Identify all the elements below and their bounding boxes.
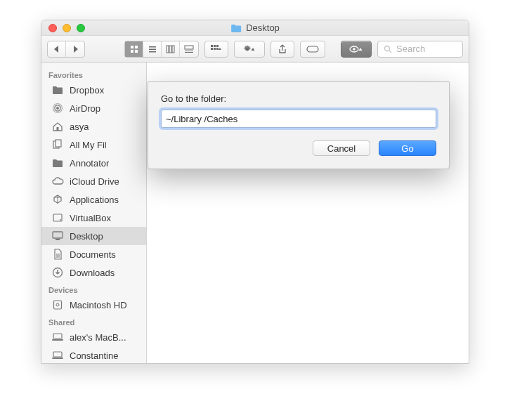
sidebar-item-label: Dropbox [70,85,104,96]
coverflow-view-button[interactable] [180,41,198,57]
close-window-button[interactable] [48,24,57,32]
svg-rect-40 [53,352,62,357]
svg-rect-39 [52,339,63,341]
sidebar-item[interactable]: Desktop [41,227,146,245]
sidebar-item[interactable]: Macintosh HD [41,296,146,314]
tags-button[interactable] [300,41,325,58]
sidebar-item[interactable]: Dropbox [41,81,146,99]
sidebar-item-label: VirtualBox [70,213,111,223]
sidebar-section-header: Shared [41,314,146,328]
svg-rect-34 [56,239,60,240]
sidebar: FavoritesDropboxAirDropasyaAll My FilAnn… [41,63,147,363]
download-icon [51,266,64,279]
svg-rect-18 [216,48,219,50]
search-field[interactable]: Search [377,41,463,58]
svg-rect-15 [216,45,219,47]
icon-view-button[interactable] [125,41,143,57]
list-view-button[interactable] [143,41,162,57]
sidebar-item[interactable]: Applications [41,190,146,209]
svg-rect-7 [167,46,169,53]
svg-rect-11 [185,51,193,51]
zoom-window-button[interactable] [77,24,85,32]
sidebar-item-label: Annotator [70,158,109,169]
svg-rect-41 [52,357,63,359]
apps-icon [51,193,64,206]
sidebar-item-label: AirDrop [70,103,100,114]
cloud-icon [51,175,64,188]
sidebar-item-label: Applications [70,195,119,205]
svg-rect-6 [149,51,156,53]
svg-rect-17 [214,48,216,50]
sidebar-item[interactable]: asya [41,117,146,136]
sidebar-item[interactable]: Downloads [41,263,146,282]
sidebar-item-label: All My Fil [70,140,107,150]
go-to-folder-dialog: Go to the folder: Cancel Go [148,81,450,169]
sidebar-section-header: Devices [41,282,146,296]
doc-icon [51,248,64,261]
svg-rect-2 [131,50,133,53]
svg-rect-0 [131,46,133,48]
svg-rect-5 [149,48,156,50]
search-icon [384,45,392,53]
view-switcher [124,41,199,58]
folder-icon [51,157,64,169]
svg-rect-10 [185,46,193,49]
folder-path-input[interactable] [161,110,436,128]
forward-button[interactable] [66,41,84,57]
svg-point-37 [56,303,59,306]
window-controls [48,24,85,32]
back-button[interactable] [48,41,66,57]
folder-icon [51,84,64,96]
sidebar-item[interactable]: AirDrop [41,99,146,117]
share-button[interactable] [270,41,294,58]
svg-point-23 [385,46,390,51]
minimize-window-button[interactable] [63,24,71,32]
sidebar-item-label: iCloud Drive [70,176,119,187]
airdrop-icon [51,102,64,114]
window-title: Desktop [246,22,280,33]
svg-point-32 [60,219,61,221]
sidebar-item-label: Downloads [70,268,115,278]
sidebar-item-label: Macintosh HD [70,300,127,310]
sidebar-item[interactable]: alex's MacB... [41,328,146,346]
toolbar: Search [41,36,469,63]
svg-rect-14 [214,45,216,47]
quicklook-button[interactable] [341,41,372,58]
svg-rect-30 [56,140,61,147]
svg-point-22 [353,48,356,51]
desktop-icon [51,230,64,242]
folder-icon [230,24,242,32]
svg-point-25 [56,107,59,110]
sidebar-item-label: Constantine [70,350,118,361]
go-button[interactable]: Go [379,140,436,156]
action-button[interactable] [234,41,265,58]
svg-rect-38 [53,334,62,339]
disk-icon [51,211,64,224]
svg-rect-9 [172,46,174,53]
sidebar-item[interactable]: Constantine [41,346,146,363]
sidebar-item[interactable]: Documents [41,245,146,263]
svg-rect-8 [169,46,171,53]
sidebar-item[interactable]: Annotator [41,154,146,172]
sidebar-item[interactable]: All My Fil [41,136,146,154]
sidebar-item[interactable]: iCloud Drive [41,172,146,190]
column-view-button[interactable] [162,41,180,57]
sidebar-section-header: Favorites [41,67,146,81]
svg-rect-13 [211,45,213,47]
svg-rect-4 [149,46,156,48]
arrange-button[interactable] [204,41,228,58]
svg-line-24 [389,51,391,53]
svg-rect-36 [54,301,62,309]
titlebar: Desktop [41,20,469,36]
svg-rect-1 [135,46,138,48]
nav-buttons [47,41,85,58]
cancel-button[interactable]: Cancel [313,140,370,156]
svg-rect-28 [57,127,59,131]
svg-rect-33 [53,232,63,238]
laptop-icon [51,331,64,343]
svg-rect-12 [185,52,193,53]
search-placeholder: Search [396,44,425,54]
sidebar-item[interactable]: VirtualBox [41,209,146,227]
svg-rect-20 [307,46,318,52]
sidebar-item-label: asya [70,122,89,132]
